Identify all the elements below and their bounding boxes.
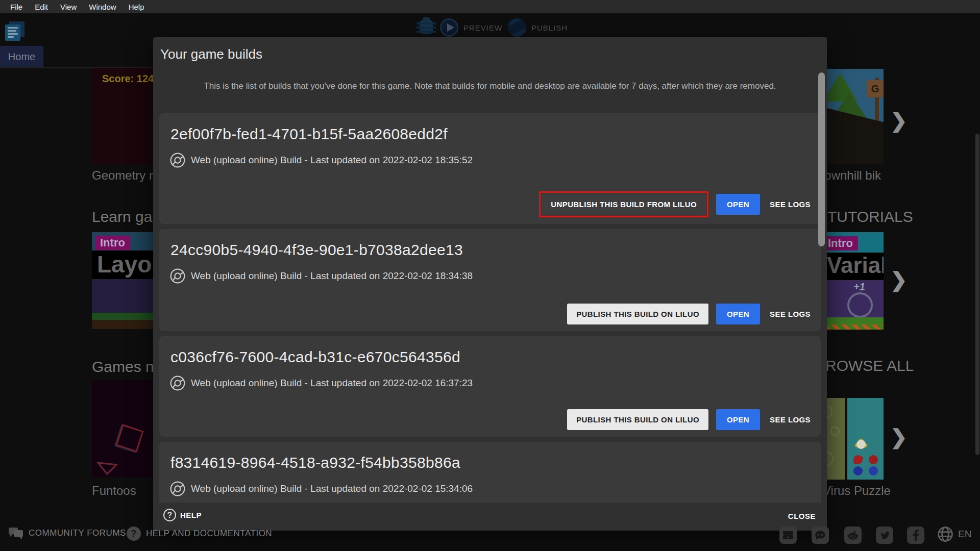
- plus-one-overlay: +1: [853, 281, 865, 293]
- carousel-next-icon[interactable]: ❯: [890, 427, 908, 447]
- build-subtitle: Web (upload online) Build - Last updated…: [191, 483, 473, 494]
- close-button[interactable]: CLOSE: [788, 512, 816, 521]
- debug-icon[interactable]: [420, 20, 433, 34]
- app-logo-icon: [5, 21, 26, 41]
- preview-button[interactable]: PREVIEW: [440, 18, 502, 37]
- dialog-title: Your game builds: [160, 46, 262, 62]
- publish-globe-icon: [508, 18, 526, 37]
- language-selector[interactable]: EN: [937, 525, 971, 543]
- section-heading-learn: Learn ga: [92, 208, 152, 226]
- publish-build-button[interactable]: PUBLISH THIS BUILD ON LILUO: [567, 409, 708, 430]
- help-label: HELP: [180, 511, 202, 519]
- build-card: 2ef00f7b-fed1-4701-b15f-5aa2608edd2f Web…: [159, 113, 821, 224]
- language-label: EN: [958, 529, 971, 540]
- intro-badge: Intro: [823, 236, 858, 251]
- publish-build-button[interactable]: PUBLISH THIS BUILD ON LILUO: [567, 304, 708, 324]
- globe-icon: [937, 525, 954, 543]
- section-heading-tutorials: TUTORIALS: [827, 208, 913, 226]
- help-documentation-link[interactable]: ? HELP AND DOCUMENTATION: [127, 527, 272, 541]
- build-id: 2ef00f7b-fed1-4701-b15f-5aa2608edd2f: [170, 126, 448, 143]
- score-overlay: Score: 124: [102, 73, 154, 85]
- annotation-red-box: UNPUBLISH THIS BUILD FROM LILUO: [539, 191, 708, 217]
- game-builds-dialog: Your game builds This is the list of bui…: [153, 37, 827, 531]
- dialog-scrollbar[interactable]: [818, 72, 825, 246]
- game-thumbnail-virus-right[interactable]: [847, 398, 884, 480]
- open-build-button[interactable]: OPEN: [716, 409, 760, 430]
- build-subtitle: Web (upload online) Build - Last updated…: [191, 270, 473, 282]
- preview-label: PREVIEW: [463, 23, 502, 32]
- menu-edit[interactable]: Edit: [29, 3, 54, 11]
- see-logs-button[interactable]: SEE LOGS: [768, 194, 813, 215]
- youtube-icon[interactable]: [779, 527, 797, 544]
- build-subtitle: Web (upload online) Build - Last updated…: [191, 155, 473, 166]
- menu-bar: File Edit View Window Help: [0, 0, 980, 13]
- open-build-button[interactable]: OPEN: [716, 194, 760, 215]
- build-id: f8314619-8964-4518-a932-f54bb358b86a: [170, 454, 460, 471]
- community-forums-label: COMMUNITY FORUMS: [29, 528, 126, 538]
- funtoos-square-shape: [115, 424, 143, 452]
- publish-button[interactable]: PUBLISH: [508, 18, 568, 37]
- web-build-icon: [169, 375, 186, 391]
- app-window: File Edit View Window Help Home PREVIEW …: [0, 0, 980, 551]
- game-label-funtoos: Funtoos: [92, 484, 136, 498]
- close-label: CLOSE: [788, 512, 816, 520]
- carousel-next-icon[interactable]: ❯: [890, 110, 908, 131]
- sign-letter: G: [867, 80, 884, 97]
- build-card: 24cc90b5-4940-4f3e-90e1-b7038a2dee13 Web…: [159, 229, 821, 331]
- section-heading-browse-all: BROWSE ALL: [815, 357, 914, 374]
- menu-help[interactable]: Help: [122, 3, 151, 11]
- web-build-icon: [169, 481, 186, 497]
- community-forums-link[interactable]: COMMUNITY FORUMS: [8, 527, 126, 540]
- help-button[interactable]: ? HELP: [163, 509, 202, 521]
- chat-bubbles-icon: [8, 527, 23, 540]
- discord-icon[interactable]: [812, 527, 829, 544]
- tab-home-label: Home: [8, 51, 35, 63]
- build-id: 24cc90b5-4940-4f3e-90e1-b7038a2dee13: [170, 241, 463, 259]
- web-build-icon: [169, 152, 186, 168]
- dialog-description: This is the list of builds that you've d…: [199, 79, 781, 93]
- carousel-next-icon[interactable]: ❯: [890, 269, 908, 290]
- web-build-icon: [169, 268, 186, 284]
- help-documentation-label: HELP AND DOCUMENTATION: [146, 529, 272, 539]
- reddit-icon[interactable]: [844, 527, 862, 544]
- unpublish-build-button[interactable]: UNPUBLISH THIS BUILD FROM LILUO: [542, 194, 706, 215]
- build-card: c036cf76-7600-4cad-b31c-e670c564356d Web…: [159, 336, 821, 437]
- section-heading-games: Games n: [92, 358, 154, 375]
- game-label-virus-puzzle: Virus Puzzle: [823, 484, 891, 498]
- funtoos-triangle-shape: [96, 461, 118, 476]
- game-label-geometry: Geometry m: [92, 168, 159, 183]
- intro-badge: Intro: [95, 236, 130, 250]
- build-subtitle: Web (upload online) Build - Last updated…: [191, 378, 473, 389]
- see-logs-button[interactable]: SEE LOGS: [768, 304, 813, 324]
- play-icon: [440, 18, 458, 37]
- menu-file[interactable]: File: [4, 3, 29, 11]
- tab-home[interactable]: Home: [0, 46, 43, 68]
- twitter-icon[interactable]: [876, 527, 893, 544]
- facebook-icon[interactable]: [907, 527, 924, 544]
- menu-window[interactable]: Window: [83, 3, 122, 11]
- see-logs-button[interactable]: SEE LOGS: [768, 409, 813, 430]
- question-circle-icon: ?: [163, 509, 176, 521]
- open-build-button[interactable]: OPEN: [716, 304, 760, 324]
- question-filled-icon: ?: [127, 527, 141, 541]
- publish-label: PUBLISH: [531, 23, 568, 32]
- build-id: c036cf76-7600-4cad-b31c-e670c564356d: [170, 348, 460, 366]
- window-scrollbar[interactable]: [975, 134, 979, 455]
- menu-view[interactable]: View: [54, 3, 83, 11]
